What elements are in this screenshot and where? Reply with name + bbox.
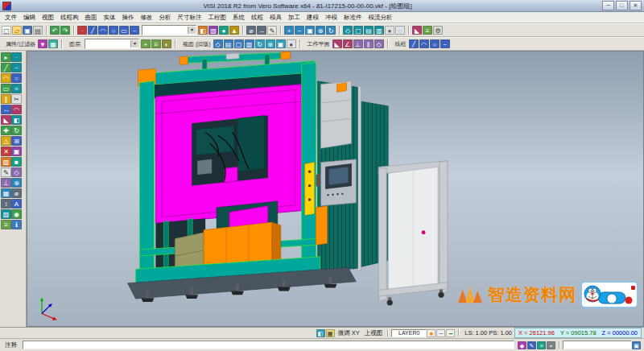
surface-icon[interactable]: ◧ [198, 26, 208, 35]
chevron-down-icon[interactable]: ▾ [188, 27, 196, 34]
plane-tool-icon[interactable]: ◇ [11, 167, 22, 177]
style-combo[interactable]: ▾ [142, 25, 196, 35]
solid-icon[interactable]: ▧ [208, 26, 218, 35]
new-file-icon[interactable]: ▢ [2, 26, 11, 35]
rotate-view-icon[interactable]: ↻ [326, 26, 336, 35]
polyline-tool-icon[interactable]: ~ [11, 63, 22, 72]
workplane-icon[interactable]: ◣ [412, 26, 422, 35]
chevron-down-icon[interactable]: ▾ [130, 40, 138, 47]
settings-icon[interactable]: ⚙ [433, 26, 443, 35]
grid-tool-icon[interactable]: ▦ [1, 188, 11, 198]
menu-item-10[interactable]: 工程图 [205, 14, 230, 22]
solid-tool-icon[interactable]: ■ [11, 157, 22, 167]
scale-tool-icon[interactable]: △ [1, 136, 11, 146]
info-tool-icon[interactable]: ℹ [11, 220, 22, 229]
top-view-icon[interactable]: ▤ [364, 26, 374, 35]
wire-circle-icon[interactable]: ○ [430, 39, 440, 48]
side-view-icon[interactable]: ▥ [374, 26, 384, 35]
active-layer-box[interactable]: LAYER0 [391, 329, 427, 337]
circle-tool-icon[interactable]: ○ [11, 73, 22, 83]
layer-color-icon[interactable]: ■ [427, 329, 436, 337]
rotate-tool-icon[interactable]: ↻ [11, 126, 22, 135]
zoom-fit-icon[interactable]: ▣ [305, 26, 315, 35]
zoom-in-icon[interactable]: + [284, 26, 294, 35]
menu-item-8[interactable]: 分析 [156, 14, 175, 22]
snap-toggle-icon[interactable]: ◧ [316, 329, 325, 337]
save-icon[interactable]: ▣ [23, 26, 32, 35]
view-tool-icon[interactable]: ◉ [11, 209, 22, 219]
layers-icon[interactable]: ≡ [423, 26, 432, 35]
status-blue-icon[interactable]: ▣ [632, 341, 641, 349]
zoom-out-icon[interactable]: − [295, 26, 304, 35]
shaded-view-icon[interactable]: ● [385, 26, 394, 35]
menu-item-17[interactable]: 标准件 [341, 14, 365, 22]
copy-tool-icon[interactable]: ⊞ [11, 136, 22, 146]
wireframe-view-icon[interactable]: ◌ [395, 26, 405, 35]
menu-item-15[interactable]: 建模 [303, 14, 322, 22]
minimize-button[interactable]: ─ [602, 1, 614, 10]
arc-icon[interactable]: ◠ [98, 26, 108, 35]
layer-visibility-icon[interactable]: ◐ [162, 39, 171, 48]
wire-spline-icon[interactable]: ~ [440, 39, 450, 48]
line-tool-icon[interactable]: ╱ [1, 63, 11, 72]
measure-tool-icon[interactable]: ⌀ [11, 188, 22, 198]
command-mini-field[interactable] [563, 341, 632, 349]
circle-icon[interactable]: ○ [109, 26, 118, 35]
point-icon[interactable]: · [77, 26, 87, 35]
layer-manager-icon[interactable]: ≡ [151, 39, 161, 48]
select-icon[interactable]: ▸ [1, 52, 11, 62]
filter-attributes-icon[interactable]: ▼ [38, 39, 47, 48]
close-button[interactable]: ✕ [630, 1, 642, 10]
note-list-icon[interactable]: ≡ [537, 341, 546, 349]
note-pin-icon[interactable]: ◆ [518, 341, 526, 349]
front-view-icon[interactable]: ▢ [353, 26, 363, 35]
wire-line-icon[interactable]: ╱ [409, 39, 419, 48]
layer-tool-icon[interactable]: ≡ [1, 220, 11, 229]
current-view-label[interactable]: 上视图 [362, 329, 386, 337]
menu-item-18[interactable]: 模流分析 [365, 14, 396, 22]
offset-tool-icon[interactable]: ∥ [1, 94, 11, 104]
filter-color-icon[interactable]: ▦ [48, 39, 58, 48]
extend-tool-icon[interactable]: ↔ [1, 105, 11, 114]
menu-item-7[interactable]: 修改 [138, 14, 156, 22]
chamfer-tool-icon[interactable]: ◣ [1, 115, 11, 125]
view-rotate-icon[interactable]: ↻ [255, 39, 265, 48]
spline-tool-icon[interactable]: ≈ [11, 84, 22, 93]
group-tool-icon[interactable]: ▣ [11, 147, 22, 156]
pan-icon[interactable]: ⊕ [316, 26, 325, 35]
dimension-icon[interactable]: ↔ [257, 26, 266, 35]
mirror-tool-icon[interactable]: ◧ [11, 115, 22, 125]
view-pan-icon[interactable]: ⊕ [266, 39, 275, 48]
point-tool-icon[interactable]: · [11, 52, 22, 62]
annotate-icon[interactable]: ✎ [267, 26, 277, 35]
maximize-button[interactable]: □ [616, 1, 628, 10]
surface-tool-icon[interactable]: ▧ [1, 157, 11, 167]
wp-3points-icon[interactable]: ◇ [374, 39, 384, 48]
fillet-tool-icon[interactable]: ◠ [11, 105, 22, 114]
menu-item-5[interactable]: 实体 [101, 14, 119, 22]
view-shade-icon[interactable]: ● [287, 39, 296, 48]
view-zoom-window-icon[interactable]: ▣ [276, 39, 286, 48]
view-iso-icon[interactable]: ◇ [213, 39, 223, 48]
menu-item-0[interactable]: 文件 [2, 14, 20, 22]
arc-tool-icon[interactable]: ◠ [1, 73, 11, 83]
wp-standard-icon[interactable]: ◣ [332, 39, 342, 48]
sphere-icon[interactable]: ● [219, 26, 229, 35]
menu-item-14[interactable]: 加工 [285, 14, 303, 22]
menu-item-6[interactable]: 操作 [119, 14, 138, 22]
iso-view-icon[interactable]: ◇ [343, 26, 353, 35]
wire-arc-icon[interactable]: ◠ [419, 39, 429, 48]
menu-item-1[interactable]: 编辑 [20, 14, 39, 22]
nudge-mode-label[interactable]: 微调 XY [336, 329, 362, 337]
wp-normal-icon[interactable]: ⊥ [353, 39, 363, 48]
sketch-tool-icon[interactable]: ✎ [1, 167, 11, 177]
layer-combo[interactable]: ▾ [85, 39, 139, 49]
menu-item-12[interactable]: 线框 [248, 14, 266, 22]
grid-toggle-icon[interactable]: ▦ [326, 329, 335, 337]
menu-item-13[interactable]: 模具 [266, 14, 285, 22]
view-front-icon[interactable]: ▢ [234, 39, 244, 48]
print-icon[interactable]: ▤ [33, 26, 43, 35]
trim-tool-icon[interactable]: ✂ [11, 94, 22, 104]
measure-icon[interactable]: ⌀ [246, 26, 256, 35]
delete-tool-icon[interactable]: ✕ [1, 147, 11, 156]
